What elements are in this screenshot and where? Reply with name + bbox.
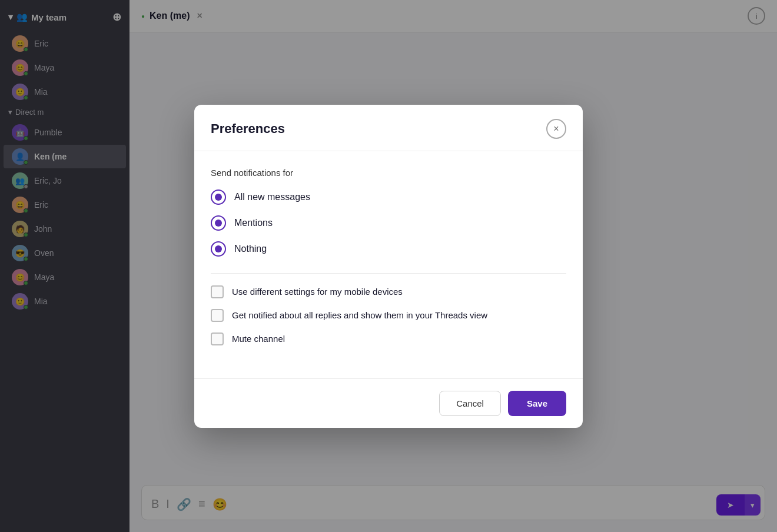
radio-inner-mentions	[215, 220, 222, 227]
checkbox-box-mobile	[211, 285, 224, 298]
save-button[interactable]: Save	[508, 391, 566, 416]
checkbox-item-replies[interactable]: Get notified about all replies and show …	[211, 309, 566, 322]
modal-title: Preferences	[211, 121, 285, 137]
divider	[211, 273, 566, 274]
radio-label-nothing: Nothing	[234, 244, 267, 254]
modal-body: Send notifications for All new messages …	[194, 151, 583, 378]
radio-circle-mentions	[211, 215, 226, 231]
radio-circle-all	[211, 189, 226, 205]
radio-item-mentions[interactable]: Mentions	[211, 215, 566, 231]
checkbox-box-replies	[211, 309, 224, 322]
radio-group: All new messages Mentions Nothing	[211, 189, 566, 257]
checkbox-item-mute[interactable]: Mute channel	[211, 332, 566, 345]
modal-close-button[interactable]: ×	[546, 119, 566, 139]
radio-label-all: All new messages	[234, 192, 310, 202]
radio-inner-nothing	[215, 245, 222, 252]
modal-header: Preferences ×	[194, 105, 583, 151]
app-background: ▾ 👥 My team ⊕ 😄 Eric 😊 Maya 🙂 M	[0, 0, 777, 532]
radio-inner-all	[215, 194, 222, 201]
checkbox-box-mute	[211, 332, 224, 345]
preferences-modal: Preferences × Send notifications for All…	[194, 105, 583, 428]
cancel-button[interactable]: Cancel	[439, 391, 501, 416]
checkbox-item-mobile[interactable]: Use different settings for my mobile dev…	[211, 285, 566, 298]
modal-overlay[interactable]: Preferences × Send notifications for All…	[0, 0, 777, 532]
checkbox-label-mute: Mute channel	[232, 334, 285, 344]
notifications-section-label: Send notifications for	[211, 168, 566, 178]
modal-footer: Cancel Save	[194, 378, 583, 428]
radio-circle-nothing	[211, 241, 226, 257]
radio-item-all[interactable]: All new messages	[211, 189, 566, 205]
radio-item-nothing[interactable]: Nothing	[211, 241, 566, 257]
checkbox-group: Use different settings for my mobile dev…	[211, 285, 566, 345]
close-icon: ×	[553, 124, 559, 134]
checkbox-label-replies: Get notified about all replies and show …	[232, 310, 487, 320]
checkbox-label-mobile: Use different settings for my mobile dev…	[232, 287, 403, 297]
radio-label-mentions: Mentions	[234, 218, 273, 228]
